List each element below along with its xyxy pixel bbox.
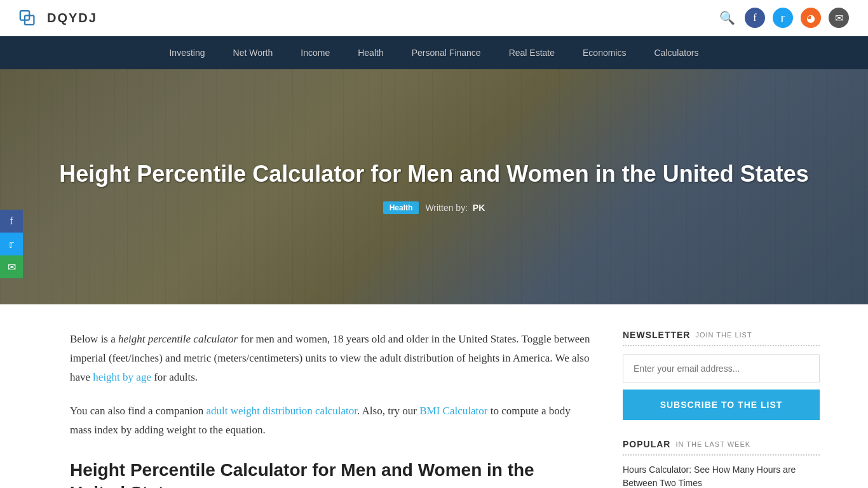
popular-item[interactable]: Hours Calculator: See How Many Hours are… bbox=[623, 463, 820, 488]
newsletter-title: NEWSLETTER JOIN THE LIST bbox=[623, 330, 820, 346]
header-social-icons: 🔍 f 𝕣 ◕ ✉ bbox=[717, 8, 849, 28]
nav-health[interactable]: Health bbox=[344, 36, 397, 69]
twitter-icon[interactable]: 𝕣 bbox=[773, 8, 793, 28]
newsletter-section: NEWSLETTER JOIN THE LIST SUBSCRIBE TO TH… bbox=[623, 330, 820, 420]
written-by-label: Written by: PK bbox=[425, 203, 485, 213]
main-content: Below is a height percentile calculator … bbox=[0, 304, 868, 488]
author-name: PK bbox=[473, 203, 485, 213]
nav-calculators[interactable]: Calculators bbox=[640, 36, 712, 69]
article-body: Below is a height percentile calculator … bbox=[70, 330, 623, 488]
social-twitter-button[interactable]: 𝕣 bbox=[0, 233, 23, 255]
article-section-title: Height Percentile Calculator for Men and… bbox=[70, 459, 591, 488]
hero-meta: Health Written by: PK bbox=[59, 201, 809, 214]
social-sidebar: f 𝕣 ✉ bbox=[0, 210, 23, 278]
hero-content: Height Percentile Calculator for Men and… bbox=[34, 159, 834, 215]
site-header: DQYDJ 🔍 f 𝕣 ◕ ✉ bbox=[0, 0, 868, 36]
social-email-button[interactable]: ✉ bbox=[0, 255, 23, 278]
logo-text: DQYDJ bbox=[47, 11, 97, 25]
nav-investing[interactable]: Investing bbox=[155, 36, 219, 69]
article-companion-paragraph: You can also find a companion adult weig… bbox=[70, 402, 591, 440]
hero-section: Height Percentile Calculator for Men and… bbox=[0, 69, 868, 304]
bmi-calculator-link[interactable]: BMI Calculator bbox=[419, 405, 487, 417]
popular-section: POPULAR IN THE LAST WEEK Hours Calculato… bbox=[623, 439, 820, 488]
subscribe-button[interactable]: SUBSCRIBE TO THE LIST bbox=[623, 390, 820, 420]
hero-title: Height Percentile Calculator for Men and… bbox=[59, 159, 809, 189]
popular-title: POPULAR IN THE LAST WEEK bbox=[623, 439, 820, 456]
sidebar: NEWSLETTER JOIN THE LIST SUBSCRIBE TO TH… bbox=[623, 330, 820, 488]
nav-economics[interactable]: Economics bbox=[569, 36, 640, 69]
nav-personal-finance[interactable]: Personal Finance bbox=[398, 36, 495, 69]
nav-real-estate[interactable]: Real Estate bbox=[495, 36, 569, 69]
site-logo[interactable]: DQYDJ bbox=[19, 6, 97, 29]
social-facebook-button[interactable]: f bbox=[0, 210, 23, 233]
main-nav: Investing Net Worth Income Health Person… bbox=[0, 36, 868, 69]
health-badge[interactable]: Health bbox=[383, 201, 419, 214]
weight-calculator-link[interactable]: adult weight distribution calculator bbox=[207, 405, 357, 417]
article-intro-paragraph: Below is a height percentile calculator … bbox=[70, 330, 591, 386]
facebook-icon[interactable]: f bbox=[745, 8, 765, 28]
height-by-age-link[interactable]: height by age bbox=[93, 371, 151, 383]
newsletter-subtitle: JOIN THE LIST bbox=[695, 331, 752, 339]
newsletter-email-input[interactable] bbox=[623, 354, 820, 383]
nav-income[interactable]: Income bbox=[287, 36, 344, 69]
search-icon[interactable]: 🔍 bbox=[717, 8, 737, 28]
popular-subtitle: IN THE LAST WEEK bbox=[675, 440, 750, 448]
logo-icon bbox=[19, 6, 42, 29]
rss-icon[interactable]: ◕ bbox=[801, 8, 821, 28]
nav-net-worth[interactable]: Net Worth bbox=[219, 36, 287, 69]
email-icon[interactable]: ✉ bbox=[829, 8, 849, 28]
article-italic-text: height percentile calculator bbox=[118, 333, 238, 345]
